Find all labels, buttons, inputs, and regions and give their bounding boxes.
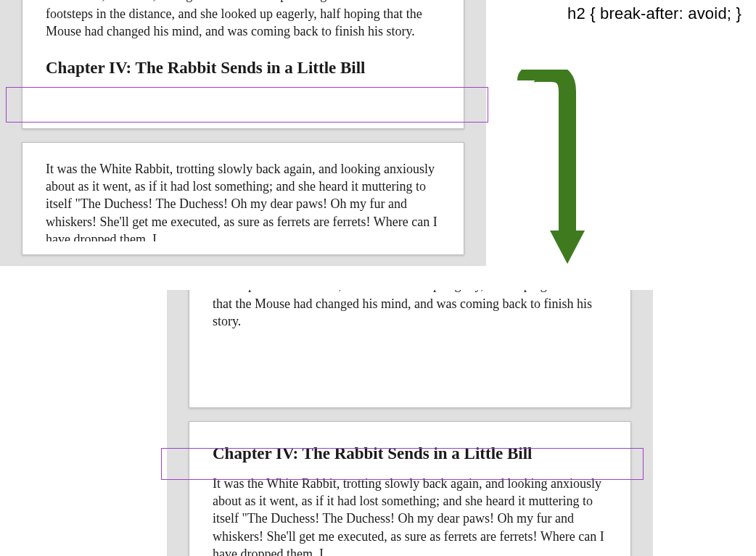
rabbit-paragraph: It was the White Rabbit, trotting slowly… xyxy=(46,160,440,241)
page-viewer-after: footsteps in the distance, and she looke… xyxy=(167,290,653,556)
intro-paragraph: that the Mouse had changed his mind, and… xyxy=(213,295,607,331)
after-example: footsteps in the distance, and she looke… xyxy=(167,290,653,556)
page-1-after: footsteps in the distance, and she looke… xyxy=(189,290,631,408)
clipped-paragraph: It was the White Rabbit, trotting slowly… xyxy=(46,160,440,241)
rabbit-paragraph: It was the White Rabbit, trotting slowly… xyxy=(213,475,607,556)
css-code-label: h2 { break-after: avoid; } xyxy=(567,4,741,23)
clipped-text-top: footsteps in the distance, and she looke… xyxy=(213,290,607,294)
arrow-icon xyxy=(515,70,588,273)
page-1-before: little while, however, she again heard a… xyxy=(22,0,464,129)
page-2-before: It was the White Rabbit, trotting slowly… xyxy=(22,142,464,255)
page-viewer-before: little while, however, she again heard a… xyxy=(0,0,486,266)
clipped-text-top: little while, however, she again heard a… xyxy=(46,0,440,4)
before-example: little while, however, she again heard a… xyxy=(0,0,486,266)
partial-line: little while, however, she again heard a… xyxy=(46,0,440,4)
page-2-after: Chapter IV: The Rabbit Sends in a Little… xyxy=(189,421,631,556)
blank-space xyxy=(213,338,607,394)
intro-paragraph: footsteps in the distance, and she looke… xyxy=(46,5,440,41)
chapter-heading: Chapter IV: The Rabbit Sends in a Little… xyxy=(46,57,440,79)
blank-space xyxy=(46,89,440,115)
chapter-heading: Chapter IV: The Rabbit Sends in a Little… xyxy=(213,442,607,465)
partial-line: footsteps in the distance, and she looke… xyxy=(213,290,607,294)
clipped-paragraph: It was the White Rabbit, trotting slowly… xyxy=(213,475,607,556)
